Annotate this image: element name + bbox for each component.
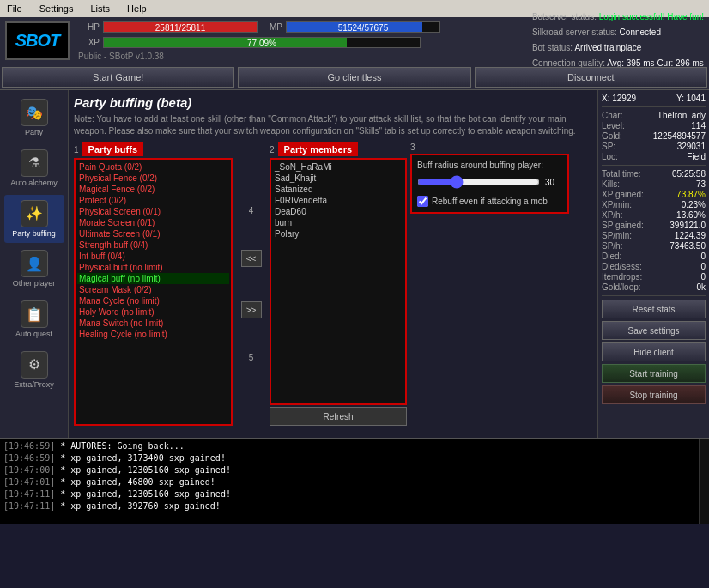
char-label: Char: xyxy=(602,111,622,120)
buff-radius-slider[interactable] xyxy=(417,175,540,189)
reset-stats-button[interactable]: Reset stats xyxy=(602,300,706,318)
slider-value: 30 xyxy=(545,178,562,187)
members-list: _SoN_HaRaMi Sad_Khajit Satanized F0RIVen… xyxy=(270,158,407,405)
buff-item-protect[interactable]: Protect (0/2) xyxy=(77,195,229,206)
content-note: Note: You have to add at least one skill… xyxy=(74,113,592,137)
buff-item-ultimate-screen[interactable]: Ultimate Screen (0/1) xyxy=(77,228,229,239)
sidebar-item-auto-alchemy[interactable]: ⚗ Auto alchemy xyxy=(4,144,64,193)
action-row: Start Game! Go clientless Disconnect xyxy=(0,64,709,90)
sp-gained-val: 399121.0 xyxy=(670,221,706,230)
log-area: [19:46:59] * AUTORES: Going back... [19:… xyxy=(0,438,709,524)
hp-label: HP xyxy=(78,22,100,32)
buff-radius-label: Buff radius around buffing player: xyxy=(417,161,562,170)
menu-lists[interactable]: Lists xyxy=(87,3,113,15)
buff-item-mana-switch[interactable]: Mana Switch (no limit) xyxy=(77,318,229,329)
menu-settings[interactable]: Settings xyxy=(36,3,77,15)
level-val: 114 xyxy=(691,121,706,130)
save-settings-button[interactable]: Save settings xyxy=(602,321,706,340)
party-buffs-header: 1 Party buffs xyxy=(74,142,233,156)
gold-label: Gold: xyxy=(602,131,622,141)
sidebar-auto-quest-label: Auto quest xyxy=(6,330,63,339)
total-time-val: 05:25:58 xyxy=(672,169,706,179)
xp-gained-val: 73.87% xyxy=(676,190,706,199)
stop-training-button[interactable]: Stop training xyxy=(602,385,706,404)
disconnect-button[interactable]: Disconnect xyxy=(475,67,707,88)
panel1-num: 1 xyxy=(74,145,79,155)
buff-item-strength-buff[interactable]: Strength buff (0/4) xyxy=(77,239,229,251)
loc-label: Loc: xyxy=(602,152,618,161)
log-content: [19:46:59] * AUTORES: Going back... [19:… xyxy=(0,439,699,524)
log-scrollbar[interactable] xyxy=(699,439,709,524)
hide-client-button[interactable]: Hide client xyxy=(602,342,706,361)
app-logo: SBOT xyxy=(5,21,70,60)
rebuff-label: Rebuff even if attacking a mob xyxy=(432,197,548,206)
died-val: 0 xyxy=(700,252,706,261)
member-item[interactable]: Sad_Khajit xyxy=(273,173,403,184)
member-item[interactable]: DeaD60 xyxy=(273,206,403,217)
buff-item-mana-cycle[interactable]: Mana Cycle (no limit) xyxy=(77,295,229,306)
party-icon: 🎭 xyxy=(21,99,48,126)
xp-label: XP xyxy=(78,38,100,47)
buff-item-physical-fence[interactable]: Physical Fence (0/2) xyxy=(77,173,229,184)
start-training-button[interactable]: Start training xyxy=(602,364,706,383)
panel5-num: 5 xyxy=(249,353,254,362)
silkroad-val: Connected xyxy=(620,27,661,37)
buff-item-magical-buff[interactable]: Magical buff (no limit) xyxy=(77,273,229,284)
log-line: [19:47:11] * xp gained, 12305160 sxp gai… xyxy=(3,488,695,500)
xp-min-label: XP/min: xyxy=(602,200,632,209)
died-label: Died: xyxy=(602,252,621,261)
panel3-num: 3 xyxy=(410,142,569,152)
mp-text: 51524/57675 xyxy=(287,22,439,33)
buff-item-physical-buff[interactable]: Physical buff (no limit) xyxy=(77,262,229,273)
member-item[interactable]: Satanized xyxy=(273,184,403,195)
member-item[interactable]: _SoN_HaRaMi xyxy=(273,161,403,173)
menu-file[interactable]: File xyxy=(3,3,26,15)
y-label: Y: xyxy=(676,94,684,103)
xp-text: 77.09% xyxy=(104,38,420,49)
menu-help[interactable]: Help xyxy=(124,3,150,15)
member-item[interactable]: burn__ xyxy=(273,217,403,228)
buff-item-int-buff[interactable]: Int buff (0/4) xyxy=(77,251,229,262)
panel4-num: 4 xyxy=(249,206,254,215)
top-bar: SBOT HP 25811/25811 MP 51524/57675 XP xyxy=(0,17,709,64)
rebuff-checkbox[interactable] xyxy=(417,196,428,207)
go-clientless-button[interactable]: Go clientless xyxy=(238,67,470,88)
start-game-button[interactable]: Start Game! xyxy=(2,67,234,88)
sidebar-item-extra-proxy[interactable]: ⚙ Extra/Proxy xyxy=(4,346,64,395)
move-left-button[interactable]: << xyxy=(241,250,262,267)
char-val: TheIronLady xyxy=(657,111,706,120)
auto-quest-icon: 📋 xyxy=(21,300,48,328)
y-val: 1041 xyxy=(687,94,706,103)
move-right-button[interactable]: >> xyxy=(241,301,262,318)
buff-item-magical-fence[interactable]: Magical Fence (0/2) xyxy=(77,184,229,195)
checkbox-row: Rebuff even if attacking a mob xyxy=(417,196,562,207)
bot-status-val: Arrived trainplace xyxy=(574,43,641,52)
party-members-label: Party members xyxy=(278,142,359,156)
sidebar-item-auto-quest[interactable]: 📋 Auto quest xyxy=(4,295,64,344)
sp-h-val: 73463.50 xyxy=(670,241,706,251)
right-panel: X: 12929 Y: 1041 Char:TheIronLady Level:… xyxy=(597,90,709,438)
buff-item-pain-quota[interactable]: Pain Quota (0/2) xyxy=(77,161,229,173)
buff-item-physical-screen[interactable]: Physical Screen (0/1) xyxy=(77,206,229,217)
buff-item-healing-cycle[interactable]: Healing Cycle (no limit) xyxy=(77,329,229,340)
buff-item-holy-word[interactable]: Holy Word (no limit) xyxy=(77,306,229,318)
party-buffing-icon: ✨ xyxy=(21,200,48,227)
mp-bar: 51524/57675 xyxy=(286,21,440,33)
sp-min-val: 1224.39 xyxy=(675,231,706,240)
party-members-panel: 2 Party members _SoN_HaRaMi Sad_Khajit S… xyxy=(270,142,407,426)
sp-val: 329031 xyxy=(677,142,706,151)
sidebar-item-party[interactable]: 🎭 Party xyxy=(4,94,64,142)
buffs-list[interactable]: Pain Quota (0/2) Physical Fence (0/2) Ma… xyxy=(74,158,233,426)
sidebar-item-other-player[interactable]: 👤 Other player xyxy=(4,245,64,294)
refresh-button[interactable]: Refresh xyxy=(270,407,407,426)
extra-proxy-icon: ⚙ xyxy=(21,351,48,379)
died-sess-label: Died/sess: xyxy=(602,262,642,271)
sidebar-item-party-buffing[interactable]: ✨ Party buffing xyxy=(4,195,64,244)
buff-item-morale-screen[interactable]: Morale Screen (0/1) xyxy=(77,217,229,228)
buff-item-scream-mask[interactable]: Scream Mask (0/2) xyxy=(77,284,229,295)
botserver-label: Botserver status: xyxy=(532,12,597,21)
xp-bar: 77.09% xyxy=(103,37,421,48)
x-label: X: xyxy=(602,94,609,103)
member-item[interactable]: Polary xyxy=(273,228,403,239)
member-item[interactable]: F0RIVendetta xyxy=(273,195,403,206)
